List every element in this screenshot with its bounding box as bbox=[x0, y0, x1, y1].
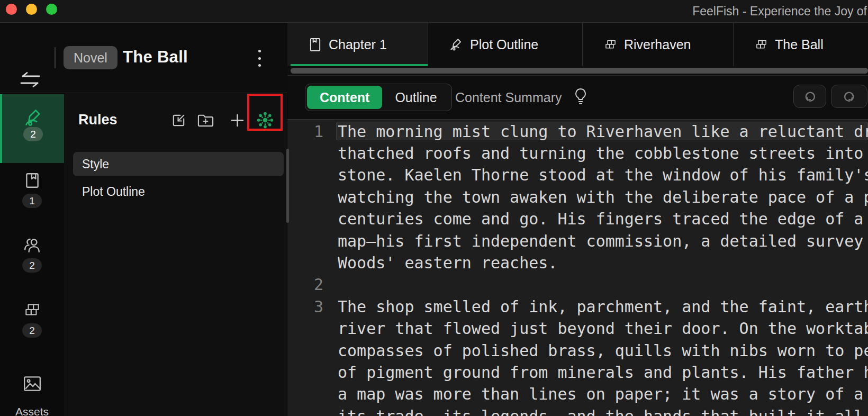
line-number bbox=[308, 318, 323, 340]
project-type-badge: Novel bbox=[64, 46, 117, 69]
sidebar-item-writing[interactable]: 2 bbox=[0, 94, 64, 163]
sidebar-header: Novel The Ball bbox=[0, 23, 287, 93]
image-icon bbox=[23, 375, 42, 393]
line-number bbox=[308, 142, 323, 165]
sidebar-item-world[interactable]: 2 bbox=[0, 298, 64, 356]
editor-line[interactable]: thatched roofs and turning the cobblesto… bbox=[287, 142, 868, 165]
count-badge: 2 bbox=[22, 323, 42, 338]
tab-label: The Ball bbox=[775, 37, 824, 52]
undo-icon bbox=[802, 89, 817, 104]
editor-line[interactable]: 3 The shop smelled of ink, parchment, an… bbox=[287, 296, 868, 318]
editor-line[interactable]: Woods' eastern reaches. bbox=[287, 252, 868, 274]
segment-outline[interactable]: Outline bbox=[382, 86, 449, 109]
list-item-style[interactable]: Style bbox=[73, 152, 284, 176]
count-badge: 2 bbox=[23, 127, 43, 141]
redo-icon bbox=[842, 89, 857, 104]
editor-line[interactable]: watching the town awaken with the delibe… bbox=[287, 186, 868, 209]
toolbar-divider bbox=[287, 75, 868, 76]
line-number: 1 bbox=[308, 121, 323, 143]
line-number bbox=[308, 252, 323, 274]
editor-text bbox=[338, 274, 868, 296]
tab-label: Chapter 1 bbox=[329, 37, 387, 52]
editor-line[interactable]: stone. Kaelen Thorne stood at the window… bbox=[287, 164, 868, 186]
editor-text: thatched roofs and turning the cobblesto… bbox=[338, 142, 868, 165]
editor-line[interactable]: its trade, its legends, and the hands th… bbox=[287, 405, 868, 416]
editor-text: of pigment ground from minerals and plan… bbox=[338, 361, 868, 384]
panel-resize-handle[interactable] bbox=[286, 149, 289, 223]
count-badge: 2 bbox=[22, 258, 42, 273]
tab-chapter-1[interactable]: Chapter 1 bbox=[287, 23, 428, 66]
line-number bbox=[308, 208, 323, 230]
editor[interactable]: 1 The morning mist clung to Riverhaven l… bbox=[287, 119, 868, 416]
zoom-traffic-light[interactable] bbox=[46, 4, 57, 15]
window-title: FeelFish - Experience the Joy of bbox=[692, 4, 867, 19]
editor-line[interactable]: map—his first independent commission, a … bbox=[287, 230, 868, 252]
editor-text: a map was more than lines on paper; it w… bbox=[338, 383, 868, 405]
line-number bbox=[308, 230, 323, 252]
editor-line[interactable]: of pigment ground from minerals and plan… bbox=[287, 361, 868, 384]
import-icon[interactable] bbox=[170, 112, 187, 129]
redo-button[interactable] bbox=[831, 85, 867, 108]
blocks-icon bbox=[604, 38, 617, 51]
title-bar: FeelFish - Experience the Joy of bbox=[0, 0, 868, 23]
editor-text: stone. Kaelen Thorne stood at the window… bbox=[338, 164, 868, 186]
editor-text: its trade, its legends, and the hands th… bbox=[338, 405, 868, 416]
page-icon bbox=[309, 38, 322, 52]
header-divider bbox=[55, 47, 56, 68]
main-area: Chapter 1 Plot Outline Riverhaven The Ba… bbox=[287, 23, 868, 416]
lightbulb-icon[interactable] bbox=[573, 87, 588, 105]
pen-icon bbox=[24, 108, 43, 127]
book-icon bbox=[23, 171, 41, 189]
annotation-highlight-box bbox=[247, 94, 283, 131]
tab-riverhaven[interactable]: Riverhaven bbox=[582, 23, 733, 66]
list-item-label: Style bbox=[82, 157, 109, 171]
close-traffic-light[interactable] bbox=[6, 4, 17, 15]
more-options-icon[interactable] bbox=[253, 48, 266, 68]
document-tabbar: Chapter 1 Plot Outline Riverhaven The Ba… bbox=[287, 23, 868, 66]
blocks-icon bbox=[755, 38, 768, 51]
plus-icon[interactable] bbox=[229, 112, 246, 129]
editor-line[interactable]: compasses of polished brass, quills with… bbox=[287, 340, 868, 362]
segment-content[interactable]: Content bbox=[307, 86, 382, 109]
blocks-icon bbox=[23, 301, 41, 319]
editor-line[interactable]: centuries come and go. His fingers trace… bbox=[287, 208, 868, 230]
sidebar-item-assets[interactable]: Assets bbox=[0, 373, 64, 416]
line-number: 3 bbox=[308, 296, 323, 318]
sidebar-item-characters[interactable]: 2 bbox=[0, 233, 64, 291]
tab-label: Riverhaven bbox=[624, 37, 691, 52]
horizontal-scrollbar[interactable] bbox=[291, 68, 868, 74]
line-number bbox=[308, 383, 323, 405]
editor-line[interactable]: 1 The morning mist clung to Riverhaven l… bbox=[287, 121, 868, 143]
count-badge: 1 bbox=[22, 194, 42, 208]
line-number bbox=[308, 340, 323, 362]
editor-text: watching the town awaken with the delibe… bbox=[338, 186, 868, 209]
editor-text: centuries come and go. His fingers trace… bbox=[338, 208, 868, 230]
people-icon bbox=[23, 236, 41, 254]
line-number bbox=[308, 361, 323, 384]
sidebar-rail: 2 1 2 2 Assets bbox=[0, 93, 64, 416]
project-title: The Ball bbox=[123, 45, 188, 69]
sidebar-item-chapters[interactable]: 1 bbox=[0, 168, 64, 227]
rules-panel: Rules Style Plot Outline bbox=[64, 93, 287, 416]
editor-line[interactable]: river that flowed just beyond their door… bbox=[287, 318, 868, 340]
pen-icon bbox=[449, 38, 463, 51]
line-number bbox=[308, 405, 323, 416]
content-summary-label[interactable]: Content Summary bbox=[455, 90, 562, 105]
undo-button[interactable] bbox=[793, 85, 826, 108]
swap-project-icon[interactable] bbox=[19, 71, 41, 88]
minimize-traffic-light[interactable] bbox=[26, 4, 37, 15]
folder-plus-icon[interactable] bbox=[197, 112, 214, 129]
list-item-plot-outline[interactable]: Plot Outline bbox=[73, 179, 284, 204]
tab-label: Plot Outline bbox=[470, 37, 538, 52]
editor-text: map—his first independent commission, a … bbox=[338, 230, 868, 252]
view-mode-toggle: Content Outline bbox=[305, 84, 452, 111]
editor-text: compasses of polished brass, quills with… bbox=[338, 340, 868, 362]
editor-text: Woods' eastern reaches. bbox=[338, 252, 868, 274]
editor-line[interactable]: 2 bbox=[287, 274, 868, 296]
editor-line[interactable]: a map was more than lines on paper; it w… bbox=[287, 383, 868, 405]
tab-plot-outline[interactable]: Plot Outline bbox=[428, 23, 582, 66]
line-number bbox=[308, 164, 323, 186]
line-number: 2 bbox=[308, 274, 323, 296]
list-item-label: Plot Outline bbox=[82, 185, 145, 199]
tab-the-ball[interactable]: The Ball bbox=[733, 23, 868, 66]
